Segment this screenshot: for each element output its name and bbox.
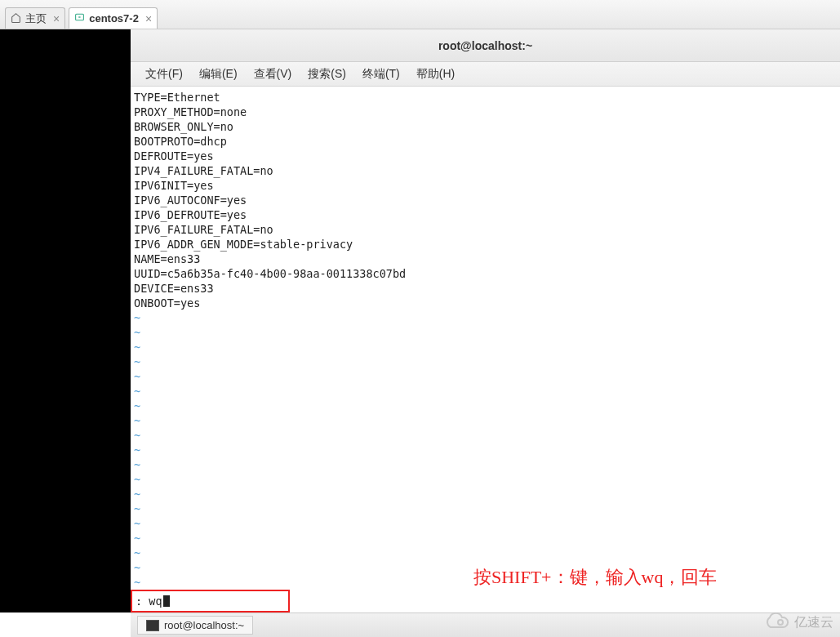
tab-bar: 主页 × centos7-2 × xyxy=(0,0,840,29)
tilde-line: ~ xyxy=(134,310,837,325)
watermark: 亿速云 xyxy=(758,612,833,632)
vm-content: root@localhost:~ 文件(F) 编辑(E) 查看(V) 搜索(S)… xyxy=(131,29,840,612)
menu-file[interactable]: 文件(F) xyxy=(137,64,191,85)
tab-vm-close-icon[interactable]: × xyxy=(145,12,152,25)
vim-command-text: : wq xyxy=(136,594,162,608)
home-icon xyxy=(11,12,21,25)
tilde-line: ~ xyxy=(134,340,837,354)
tilde-line: ~ xyxy=(134,546,837,560)
tilde-line: ~ xyxy=(134,516,837,531)
config-line: DEVICE=ens33 xyxy=(134,281,837,296)
tilde-line: ~ xyxy=(134,325,837,340)
config-line: PROXY_METHOD=none xyxy=(134,105,837,119)
tab-home-close-icon[interactable]: × xyxy=(53,12,60,25)
main-area: root@localhost:~ 文件(F) 编辑(E) 查看(V) 搜索(S)… xyxy=(0,29,840,612)
tilde-line: ~ xyxy=(134,384,837,399)
tilde-line: ~ xyxy=(134,413,837,428)
config-line: IPV6_DEFROUTE=yes xyxy=(134,207,837,222)
config-line: IPV6_FAILURE_FATAL=no xyxy=(134,222,837,237)
taskbar: root@localhost:~ xyxy=(131,612,840,637)
tilde-line: ~ xyxy=(134,399,837,413)
tilde-line: ~ xyxy=(134,354,837,369)
tilde-line: ~ xyxy=(134,428,837,443)
annotation-text: 按SHIFT+：键，输入wq，回车 xyxy=(473,570,717,585)
cloud-icon xyxy=(758,612,791,632)
window-title: root@localhost:~ xyxy=(438,39,532,52)
terminal[interactable]: TYPE=Ethernet PROXY_METHOD=none BROWSER_… xyxy=(131,87,840,612)
menu-view[interactable]: 查看(V) xyxy=(246,64,300,85)
tilde-line: ~ xyxy=(134,369,837,384)
taskbar-terminal-label: root@localhost:~ xyxy=(164,619,244,631)
vm-icon xyxy=(74,12,85,25)
config-line: DEFROUTE=yes xyxy=(134,149,837,163)
cursor-icon xyxy=(163,595,170,607)
tilde-line: ~ xyxy=(134,457,837,472)
tab-home-label: 主页 xyxy=(25,11,47,26)
config-line: BROWSER_ONLY=no xyxy=(134,119,837,134)
config-line: NAME=ens33 xyxy=(134,252,837,266)
svg-marker-1 xyxy=(79,16,82,17)
tab-vm[interactable]: centos7-2 × xyxy=(69,7,158,29)
tilde-line: ~ xyxy=(134,443,837,457)
terminal-icon xyxy=(146,620,159,631)
config-line: TYPE=Ethernet xyxy=(134,90,837,105)
config-line: ONBOOT=yes xyxy=(134,296,837,310)
menu-search[interactable]: 搜索(S) xyxy=(300,64,354,85)
tilde-line: ~ xyxy=(134,472,837,487)
window-title-bar: root@localhost:~ xyxy=(131,29,840,62)
tab-vm-label: centos7-2 xyxy=(89,12,139,24)
tilde-line: ~ xyxy=(134,487,837,501)
config-line: IPV6_AUTOCONF=yes xyxy=(134,193,837,207)
vm-sidebar xyxy=(0,29,131,612)
tilde-line: ~ xyxy=(134,531,837,546)
taskbar-terminal-button[interactable]: root@localhost:~ xyxy=(137,616,253,635)
config-line: UUID=c5a6b35a-fc40-4b00-98aa-0011338c07b… xyxy=(134,266,837,281)
menu-help[interactable]: 帮助(H) xyxy=(408,64,463,85)
menu-bar: 文件(F) 编辑(E) 查看(V) 搜索(S) 终端(T) 帮助(H) xyxy=(131,62,840,87)
tilde-line: ~ xyxy=(134,501,837,516)
svg-point-3 xyxy=(778,620,783,625)
config-line: BOOTPROTO=dhcp xyxy=(134,134,837,149)
config-line: IPV4_FAILURE_FATAL=no xyxy=(134,163,837,178)
watermark-text: 亿速云 xyxy=(794,614,833,631)
config-line: IPV6_ADDR_GEN_MODE=stable-privacy xyxy=(134,237,837,252)
config-line: IPV6INIT=yes xyxy=(134,178,837,193)
menu-terminal[interactable]: 终端(T) xyxy=(354,64,408,85)
tab-home[interactable]: 主页 × xyxy=(5,7,65,29)
vim-command-line[interactable]: : wq xyxy=(131,590,290,612)
menu-edit[interactable]: 编辑(E) xyxy=(191,64,246,85)
